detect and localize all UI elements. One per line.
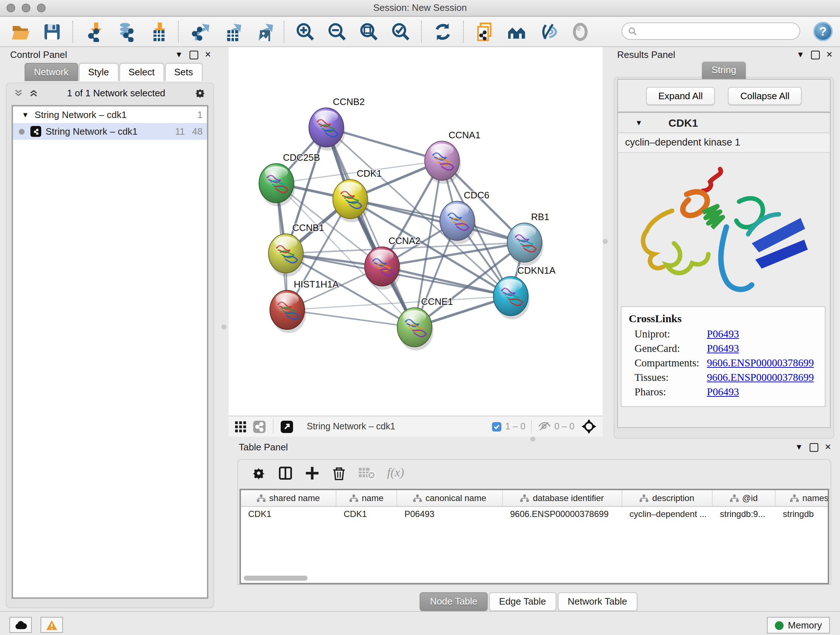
crosslink-link[interactable]: P06493 — [707, 328, 739, 340]
column-header-database-identifier[interactable]: database identifier — [503, 490, 622, 506]
zoom-fit-button[interactable] — [357, 19, 381, 44]
string-app-icon[interactable] — [253, 420, 266, 433]
float-panel-icon[interactable] — [810, 443, 818, 451]
gene-description: cyclin–dependent kinase 1 — [618, 133, 830, 153]
column-header-namespace[interactable]: namespace — [775, 490, 829, 506]
collapse-icon[interactable]: ▼ — [22, 111, 29, 119]
network-tree-row[interactable]: String Network – cdk11148 — [13, 123, 207, 140]
panel-menu-icon[interactable]: ▼ — [797, 51, 805, 59]
network-canvas[interactable]: CCNB2CCNA1CDC25BCDK1CDC6RB1CCNB1CCNA2CDK… — [229, 47, 603, 416]
tab-network-table[interactable]: Network Table — [557, 592, 637, 611]
node-table[interactable]: shared namenamecanonical namedatabase id… — [240, 489, 829, 584]
close-panel-icon[interactable]: ✕ — [825, 443, 831, 451]
float-panel-icon[interactable] — [189, 50, 198, 59]
column-header-description[interactable]: description — [622, 490, 713, 506]
collapse-all-button[interactable]: Collapse All — [728, 87, 802, 105]
search-box[interactable] — [622, 22, 800, 40]
show-columns-icon[interactable] — [278, 465, 293, 480]
search-input[interactable] — [641, 25, 799, 37]
zoom-selected-button[interactable] — [388, 19, 413, 44]
expand-all-button[interactable]: Expand All — [646, 87, 715, 105]
add-column-icon[interactable] — [305, 465, 320, 480]
node-CDC6[interactable] — [440, 201, 476, 244]
splitter-handle[interactable] — [603, 239, 608, 244]
edge-CDK1-RB1 — [350, 199, 524, 242]
selected-checkbox-icon[interactable] — [493, 422, 502, 431]
cytoscape-window: Session: New Session ? Control Panel ▼ ✕… — [0, 0, 840, 635]
node-CDKN1A[interactable] — [493, 277, 530, 319]
level-of-detail-button[interactable] — [568, 19, 592, 44]
main-toolbar: ? — [0, 17, 840, 47]
warnings-button[interactable] — [41, 617, 63, 633]
apply-layout-button[interactable] — [431, 19, 455, 44]
birds-eye-button[interactable] — [536, 19, 561, 44]
node-RB1[interactable] — [507, 223, 543, 266]
crosslink-link[interactable]: 9606.ENSP00000378699 — [707, 357, 814, 369]
tab-node-table[interactable]: Node Table — [420, 592, 487, 611]
export-network-button[interactable] — [187, 19, 212, 44]
cloud-button[interactable] — [9, 617, 32, 633]
zoom-in-button[interactable] — [293, 19, 317, 44]
node-CCNB2[interactable] — [309, 108, 345, 150]
gear-icon[interactable] — [194, 87, 206, 99]
crosslink-link[interactable]: P06493 — [707, 386, 739, 398]
collapse-gene-icon[interactable]: ▼ — [635, 119, 643, 127]
float-panel-icon[interactable] — [811, 50, 820, 59]
delete-column-icon[interactable] — [332, 465, 347, 480]
node-label-CCNA1: CCNA1 — [448, 130, 480, 141]
import-network-button[interactable] — [82, 19, 106, 44]
count-badge: 48 — [192, 126, 202, 137]
birdseye-toggle-icon[interactable] — [581, 418, 597, 434]
tab-style[interactable]: Style — [79, 63, 118, 81]
column-header-shared-name[interactable]: shared name — [241, 490, 336, 506]
column-header--id[interactable]: @id — [713, 490, 775, 506]
node-HIST1H1A[interactable] — [270, 290, 306, 333]
export-table-button[interactable] — [219, 19, 244, 44]
tab-network[interactable]: Network — [25, 63, 78, 81]
open-session-button[interactable] — [8, 19, 33, 44]
tab-select[interactable]: Select — [119, 63, 164, 81]
delete-table-icon — [358, 465, 376, 480]
memory-button[interactable]: Memory — [767, 617, 830, 633]
close-panel-icon[interactable]: ✕ — [205, 51, 211, 59]
table-row[interactable]: CDK1CDK1P064939606.ENSP00000378699cyclin… — [241, 507, 828, 523]
export-view-icon[interactable] — [280, 420, 294, 433]
column-header-name[interactable]: name — [336, 490, 397, 506]
column-header-canonical-name[interactable]: canonical name — [397, 490, 503, 506]
tab-string[interactable]: String — [701, 62, 746, 79]
node-CCNA1[interactable] — [425, 141, 461, 184]
tab-edge-table[interactable]: Edge Table — [489, 592, 556, 611]
splitter-handle[interactable] — [221, 325, 226, 329]
node-CCNE1[interactable] — [397, 308, 433, 350]
copy-network-button[interactable] — [472, 19, 497, 44]
network-status-dot — [19, 128, 25, 134]
node-CCNA2[interactable] — [365, 247, 401, 290]
network-view: CCNB2CCNA1CDC25BCDK1CDC6RB1CCNB1CCNA2CDK… — [229, 47, 603, 436]
help-button[interactable]: ? — [813, 22, 833, 41]
panel-menu-icon[interactable]: ▼ — [795, 443, 803, 451]
node-CDK1[interactable] — [333, 180, 369, 222]
panel-menu-icon[interactable]: ▼ — [175, 51, 183, 59]
expand-all-icon[interactable] — [29, 88, 38, 97]
crosslink-link[interactable]: P06493 — [707, 342, 739, 355]
collapse-all-icon[interactable] — [14, 88, 23, 97]
tab-sets[interactable]: Sets — [164, 63, 202, 81]
save-session-button[interactable] — [40, 19, 65, 44]
horizontal-scrollbar[interactable] — [244, 576, 308, 581]
export-image-button[interactable] — [251, 19, 276, 44]
import-table-button[interactable] — [145, 19, 170, 44]
zoom-out-button[interactable] — [325, 19, 349, 44]
crosslink-link[interactable]: 9606.ENSP00000378699 — [707, 371, 814, 384]
close-panel-icon[interactable]: ✕ — [826, 51, 833, 59]
node-CDC25B[interactable] — [259, 164, 295, 206]
node-label-CCNB1: CCNB1 — [292, 222, 324, 233]
zoom-sel-icon — [391, 21, 411, 42]
table-settings-gear-icon[interactable] — [251, 465, 266, 480]
grid-view-icon[interactable] — [234, 420, 247, 432]
graphics-details-button[interactable] — [504, 19, 529, 44]
selected-count-badge: 1 – 0 — [505, 421, 526, 432]
import-table-icon — [148, 21, 168, 42]
import-network-database-button[interactable] — [114, 19, 138, 44]
crosslink-label: Compartments: — [635, 357, 707, 369]
network-tree-row[interactable]: ▼String Network – cdk11 — [13, 106, 207, 123]
